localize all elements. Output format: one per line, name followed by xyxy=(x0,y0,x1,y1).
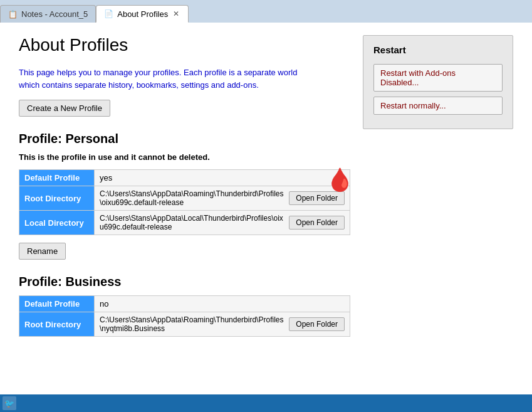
open-folder-root-personal-button[interactable]: Open Folder xyxy=(289,191,345,205)
field-label-local: Local Directory xyxy=(19,211,95,235)
profile-business-title: Profile: Business xyxy=(19,275,350,289)
droplet-icon: 🩸 xyxy=(326,167,354,193)
create-new-profile-button[interactable]: Create a New Profile xyxy=(19,100,110,117)
page-title: About Profiles xyxy=(19,35,350,55)
taskbar-app-icon[interactable]: 🐦 xyxy=(3,396,16,410)
field-label-default: Default Profile xyxy=(19,170,95,186)
table-row: Default Profile yes xyxy=(19,170,350,186)
profile-personal: Profile: Personal This is the profile in… xyxy=(19,132,350,275)
profile-personal-title: Profile: Personal xyxy=(19,132,350,146)
profile-business: Profile: Business Default Profile no Roo… xyxy=(19,275,350,337)
field-label-root-biz: Root Directory xyxy=(19,312,95,337)
taskbar: 🐦 xyxy=(0,394,532,412)
restart-panel: Restart Restart with Add-ons Disabled...… xyxy=(363,35,513,129)
tab-bar: 📋 Notes - Account_5 📄 About Profiles ✕ xyxy=(0,0,532,23)
open-folder-root-business-button[interactable]: Open Folder xyxy=(289,317,345,331)
field-value-default: yes xyxy=(95,170,350,186)
page-description: This page helps you to manage your profi… xyxy=(19,66,320,91)
table-row: Root Directory C:\Users\Stans\AppData\Ro… xyxy=(19,186,350,211)
profile-business-table: Default Profile no Root Directory C:\Use… xyxy=(19,295,350,337)
restart-normal-button[interactable]: Restart normally... xyxy=(373,97,503,115)
field-value-root-biz: C:\Users\Stans\AppData\Roaming\Thunderbi… xyxy=(95,312,350,337)
profile-personal-table: Default Profile yes Root Directory C:\Us… xyxy=(19,169,350,235)
about-tab-label: About Profiles xyxy=(117,9,168,19)
about-tab-icon: 📄 xyxy=(104,9,113,18)
table-row: Default Profile no xyxy=(19,296,350,312)
left-panel: About Profiles This page helps you to ma… xyxy=(19,35,350,399)
right-panel: Restart Restart with Add-ons Disabled...… xyxy=(363,35,513,399)
tab-notes[interactable]: 📋 Notes - Account_5 xyxy=(0,5,96,23)
profile-in-use-label: This is the profile in use and it cannot… xyxy=(19,152,350,162)
notes-tab-label: Notes - Account_5 xyxy=(21,9,88,19)
field-label-root: Root Directory xyxy=(19,186,95,211)
rename-button[interactable]: Rename xyxy=(19,243,66,260)
tab-close-icon[interactable]: ✕ xyxy=(172,9,180,18)
field-value-default-biz: no xyxy=(95,296,350,312)
table-row: Root Directory C:\Users\Stans\AppData\Ro… xyxy=(19,312,350,337)
notes-tab-icon: 📋 xyxy=(8,10,18,19)
restart-addons-button[interactable]: Restart with Add-ons Disabled... xyxy=(373,64,503,92)
field-label-default-biz: Default Profile xyxy=(19,296,95,312)
table-row: Local Directory C:\Users\Stans\AppData\L… xyxy=(19,211,350,235)
main-content: 🩸 About Profiles This page helps you to … xyxy=(0,23,532,412)
field-value-root: C:\Users\Stans\AppData\Roaming\Thunderbi… xyxy=(95,186,350,211)
field-value-local: C:\Users\Stans\AppData\Local\Thunderbird… xyxy=(95,211,350,235)
restart-title: Restart xyxy=(373,45,503,55)
open-folder-local-personal-button[interactable]: Open Folder xyxy=(289,216,345,230)
tab-about-profiles[interactable]: 📄 About Profiles ✕ xyxy=(96,5,189,23)
